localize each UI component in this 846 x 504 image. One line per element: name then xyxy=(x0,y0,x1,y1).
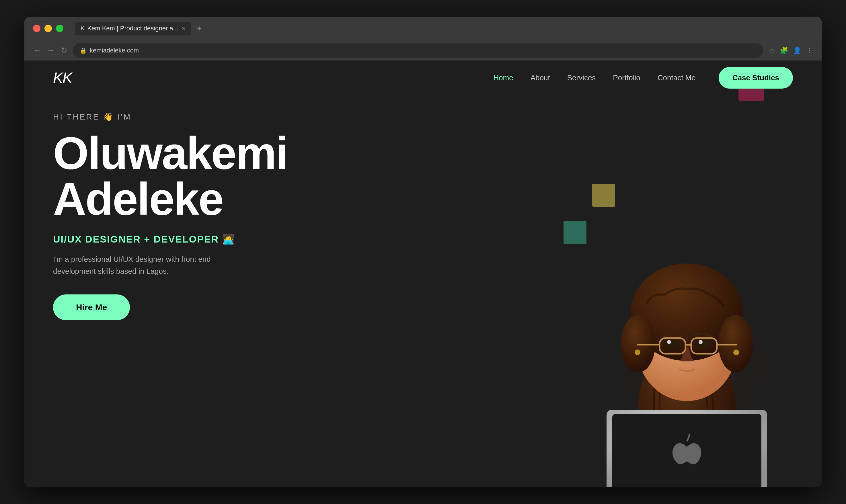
nav-link-about[interactable]: About xyxy=(530,73,550,82)
nav-link-home[interactable]: Home xyxy=(493,73,513,82)
svg-point-17 xyxy=(635,349,641,355)
close-button[interactable] xyxy=(33,25,40,32)
menu-icon[interactable]: ⋮ xyxy=(806,47,813,54)
svg-point-10 xyxy=(667,340,671,344)
nav-link-portfolio[interactable]: Portfolio xyxy=(613,73,640,82)
title-bar: K Kem Kem | Product designer a... ✕ + xyxy=(24,17,822,40)
active-tab[interactable]: K Kem Kem | Product designer a... ✕ xyxy=(75,22,191,35)
svg-point-7 xyxy=(718,315,753,373)
svg-point-9 xyxy=(695,338,710,350)
hero-description: I'm a professional UI/UX designer with f… xyxy=(53,253,225,277)
avatar xyxy=(549,223,822,487)
browser-window: K Kem Kem | Product designer a... ✕ + ← … xyxy=(24,17,822,487)
site-navigation: KK Home About Services Portfolio Contact… xyxy=(24,60,822,95)
profile-icon[interactable]: 👤 xyxy=(793,47,802,54)
hero-name-line1: Oluwakemi xyxy=(53,127,288,179)
svg-point-6 xyxy=(621,315,655,373)
url-text: kemiadeleke.com xyxy=(90,47,139,54)
nav-link-services[interactable]: Services xyxy=(567,73,596,82)
hero-name: Oluwakemi Adeleke xyxy=(53,130,793,222)
site-logo[interactable]: KK xyxy=(53,69,72,86)
extensions-icon[interactable]: 🧩 xyxy=(780,47,788,54)
tab-close-icon[interactable]: ✕ xyxy=(181,25,185,32)
tab-favicon-icon: K xyxy=(80,25,84,32)
forward-button[interactable]: → xyxy=(47,46,55,55)
nav-links: Home About Services Portfolio Contact Me… xyxy=(493,67,793,89)
maximize-button[interactable] xyxy=(56,25,64,32)
greeting-text: HI THERE 👋 I'M xyxy=(53,112,793,122)
tab-bar: K Kem Kem | Product designer a... ✕ + xyxy=(75,22,813,35)
lock-icon: 🔒 xyxy=(80,47,87,54)
site-content: KK Home About Services Portfolio Contact… xyxy=(24,60,822,487)
address-bar: ← → ↻ 🔒 kemiadeleke.com ☆ 🧩 👤 ⋮ xyxy=(24,40,822,60)
minimize-button[interactable] xyxy=(44,25,52,32)
tab-title-text: Kem Kem | Product designer a... xyxy=(87,25,178,32)
star-icon[interactable]: ☆ xyxy=(769,47,775,54)
svg-point-11 xyxy=(699,340,703,344)
hero-name-line2: Adeleke xyxy=(53,173,223,224)
nav-link-contact[interactable]: Contact Me xyxy=(658,73,696,82)
case-studies-button[interactable]: Case Studies xyxy=(719,67,793,89)
reload-button[interactable]: ↻ xyxy=(60,46,67,55)
url-bar[interactable]: 🔒 kemiadeleke.com xyxy=(73,43,763,58)
svg-point-18 xyxy=(733,349,739,355)
back-button[interactable]: ← xyxy=(33,46,41,55)
traffic-lights xyxy=(33,25,64,32)
hire-me-button[interactable]: Hire Me xyxy=(53,294,130,320)
new-tab-button[interactable]: + xyxy=(197,24,202,33)
toolbar-icons: ☆ 🧩 👤 ⋮ xyxy=(769,47,813,54)
svg-point-8 xyxy=(663,338,679,350)
